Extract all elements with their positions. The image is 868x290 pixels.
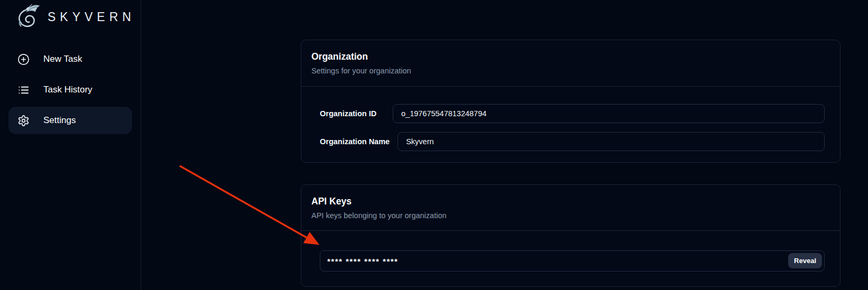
sidebar-item-settings[interactable]: Settings	[8, 107, 132, 134]
organization-id-input[interactable]	[393, 104, 825, 123]
sidebar-item-label: Task History	[43, 85, 93, 95]
sidebar-item-task-history[interactable]: Task History	[8, 76, 132, 104]
sidebar-nav: New Task Task History Settings	[0, 45, 141, 134]
api-key-masked-input[interactable]	[320, 250, 825, 272]
sidebar-item-label: New Task	[43, 54, 82, 64]
organization-id-label: Organization ID	[320, 109, 385, 118]
organization-card: Organization Settings for your organizat…	[301, 40, 841, 163]
sidebar-item-label: Settings	[43, 115, 76, 126]
brand-logo[interactable]: SKYVERN	[0, 0, 141, 32]
sidebar-item-new-task[interactable]: New Task	[8, 45, 132, 73]
api-keys-card-title: API Keys	[311, 196, 827, 207]
gear-icon	[17, 115, 30, 127]
organization-name-input[interactable]	[398, 132, 825, 151]
organization-card-title: Organization	[311, 51, 827, 62]
api-keys-card-header: API Keys API keys belonging to your orga…	[301, 185, 840, 231]
organization-card-header: Organization Settings for your organizat…	[301, 40, 840, 87]
sidebar: SKYVERN New Task Task History	[0, 0, 141, 290]
reveal-button[interactable]: Reveal	[788, 253, 822, 268]
organization-card-subtitle: Settings for your organization	[311, 67, 827, 76]
organization-id-row: Organization ID	[320, 104, 825, 123]
arrow-line	[180, 166, 316, 243]
api-keys-card: API Keys API keys belonging to your orga…	[301, 184, 841, 287]
api-key-row: Reveal	[320, 250, 825, 272]
brand-wordmark: SKYVERN	[48, 10, 135, 24]
organization-name-label: Organization Name	[320, 137, 390, 146]
api-keys-card-subtitle: API keys belonging to your organization	[311, 211, 827, 220]
organization-card-body: Organization ID Organization Name	[301, 87, 840, 151]
api-keys-card-body: Reveal	[301, 231, 840, 272]
list-icon	[17, 84, 30, 96]
organization-name-row: Organization Name	[320, 132, 825, 151]
plus-circle-icon	[17, 53, 30, 66]
dragon-logo-icon	[14, 3, 41, 31]
